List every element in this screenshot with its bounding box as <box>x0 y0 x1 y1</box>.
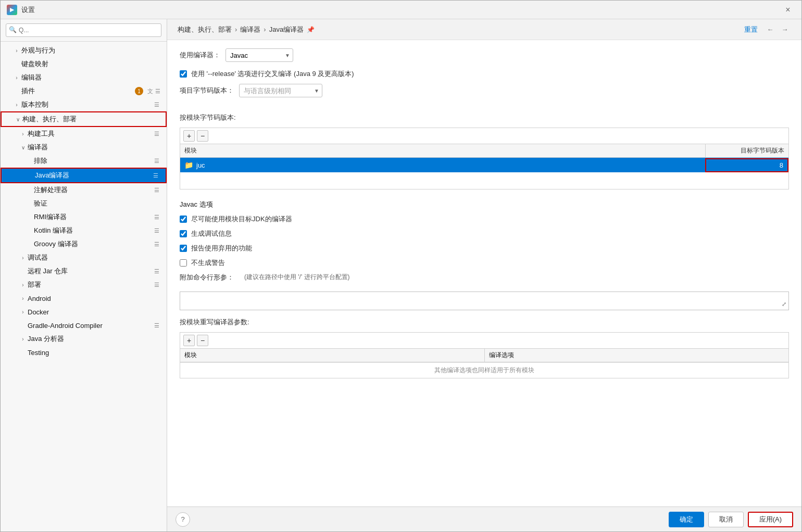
sidebar-item-build[interactable]: ∨ 构建、执行、部署 <box>1 111 167 127</box>
sidebar-label-build-tools: 构建工具 <box>28 129 153 138</box>
sidebar-item-groovy[interactable]: Groovy 编译器 ☰ <box>1 237 167 251</box>
cross-compile-checkbox[interactable] <box>180 70 187 78</box>
sidebar-item-exclusions[interactable]: 排除 ☰ <box>1 154 167 168</box>
pin-icon[interactable]: 📌 <box>307 26 315 33</box>
sidebar-item-vcs[interactable]: › 版本控制 ☰ <box>1 98 167 111</box>
sidebar-item-annotation[interactable]: 注解处理器 ☰ <box>1 183 167 197</box>
javac-option-2-row: 报告使用弃用的功能 <box>180 244 789 253</box>
javac-option-1-label: 生成调试信息 <box>191 229 232 238</box>
override-table: + − 模块 编译选项 其他编译选项也同样适用于所有模块 <box>180 332 789 378</box>
additional-params-hint: (建议在路径中使用 '/' 进行跨平台配置) <box>244 273 350 282</box>
sidebar-item-testing[interactable]: Testing <box>1 346 167 359</box>
sidebar-item-remote-jar[interactable]: 远程 Jar 仓库 ☰ <box>1 264 167 278</box>
module-table-remove-btn[interactable]: − <box>197 130 208 142</box>
main-content: 🔍 › 外观与行为 键盘映射 › 编辑器 <box>1 19 801 531</box>
footer: ? 确定 取消 应用(A) <box>167 506 801 531</box>
deployment-list-icon: ☰ <box>153 281 160 288</box>
sidebar-item-deployment[interactable]: › 部署 ☰ <box>1 278 167 292</box>
sidebar-item-rmi[interactable]: RMI编译器 ☰ <box>1 210 167 224</box>
javac-option-2-checkbox[interactable] <box>180 245 187 252</box>
table-cell-module-juc: 📁 juc <box>180 159 705 171</box>
back-button[interactable]: ← <box>764 23 776 36</box>
sidebar-item-android[interactable]: › Android <box>1 292 167 305</box>
javac-option-0-checkbox[interactable] <box>180 216 187 223</box>
sidebar-label-testing: Testing <box>19 349 160 357</box>
cross-compile-label: 使用 '--release' 选项进行交叉编译 (Java 9 及更高版本) <box>191 69 354 79</box>
expand-icon[interactable]: ⤢ <box>782 301 786 308</box>
additional-params-label: 附加命令行形参： <box>180 273 234 282</box>
sidebar-label-gradle-android: Gradle-Android Compiler <box>19 322 153 330</box>
col-header-version: 目标字节码版本 <box>705 144 788 157</box>
sidebar-label-editor: 编辑器 <box>21 73 160 82</box>
additional-params-section: 附加命令行形参： (建议在路径中使用 '/' 进行跨平台配置) ⤢ <box>180 273 789 310</box>
sidebar-item-debugger[interactable]: › 调试器 <box>1 251 167 264</box>
cross-compile-row: 使用 '--release' 选项进行交叉编译 (Java 9 及更高版本) <box>180 69 789 79</box>
reset-button[interactable]: 重置 <box>744 25 758 34</box>
search-input[interactable] <box>6 23 161 37</box>
window-title: 设置 <box>21 5 781 15</box>
javac-option-0-row: 尽可能使用模块目标JDK的编译器 <box>180 214 789 224</box>
folder-icon-juc: 📁 <box>184 161 193 169</box>
confirm-button[interactable]: 确定 <box>669 512 704 527</box>
override-remove-btn[interactable]: − <box>197 335 208 346</box>
settings-window: ▶ 设置 × 🔍 › 外观与行为 键盘映射 <box>0 0 802 532</box>
sidebar: 🔍 › 外观与行为 键盘映射 › 编辑器 <box>1 19 167 531</box>
javac-option-2-label: 报告使用弃用的功能 <box>191 244 252 253</box>
override-add-btn[interactable]: + <box>183 335 195 346</box>
compiler-row: 使用编译器： Javac ▼ <box>180 48 789 62</box>
module-table-add-btn[interactable]: + <box>183 130 195 142</box>
module-table-toolbar: + − <box>180 128 788 144</box>
sidebar-label-compiler: 编译器 <box>28 143 160 152</box>
table-cell-version-juc[interactable]: 8 <box>705 158 788 172</box>
search-box: 🔍 <box>1 19 167 42</box>
override-hint: 其他编译选项也同样适用于所有模块 <box>180 362 788 378</box>
sidebar-item-gradle-android[interactable]: Gradle-Android Compiler ☰ <box>1 319 167 332</box>
breadcrumb-part-3: Java编译器 <box>269 25 304 34</box>
javac-title: Javac 选项 <box>180 200 789 209</box>
javac-option-3-row: 不生成警告 <box>180 258 789 268</box>
forward-button[interactable]: → <box>779 23 791 36</box>
module-name-juc: juc <box>196 161 205 169</box>
apply-button[interactable]: 应用(A) <box>748 512 793 527</box>
module-bytecode-table: + − 模块 目标字节码版本 📁 juc 8 <box>180 128 789 189</box>
sidebar-label-groovy: Groovy 编译器 <box>26 239 153 249</box>
javac-option-3-checkbox[interactable] <box>180 259 187 267</box>
groovy-list-icon: ☰ <box>153 240 160 248</box>
compiler-select-wrapper: Javac ▼ <box>225 48 293 62</box>
sidebar-item-kotlin[interactable]: Kotlin 编译器 ☰ <box>1 224 167 237</box>
sidebar-item-plugins[interactable]: 插件 1 文 ☰ <box>1 84 167 98</box>
javac-option-0-label: 尽可能使用模块目标JDK的编译器 <box>191 214 292 224</box>
breadcrumb: 构建、执行、部署 › 编译器 › Java编译器 📌 <box>178 25 744 34</box>
sidebar-item-editor[interactable]: › 编辑器 <box>1 71 167 84</box>
build-tools-list-icon: ☰ <box>153 130 160 137</box>
sidebar-item-build-tools[interactable]: › 构建工具 ☰ <box>1 127 167 141</box>
project-bytecode-row: 项目字节码版本： 与语言级别相同 ▼ <box>180 84 789 97</box>
expand-arrow-build-tools: › <box>19 130 27 137</box>
sidebar-item-java-analyzer[interactable]: › Java 分析器 <box>1 332 167 346</box>
expand-arrow-editor: › <box>13 74 20 81</box>
sidebar-label-vcs: 版本控制 <box>21 100 153 109</box>
additional-params-input[interactable] <box>180 292 788 310</box>
table-row-juc[interactable]: 📁 juc 8 <box>180 158 788 172</box>
sidebar-item-java-compiler[interactable]: Java编译器 ☰ <box>1 168 167 183</box>
override-col-module-header: 模块 <box>180 349 485 362</box>
gradle-android-list-icon: ☰ <box>153 322 160 329</box>
bytecode-select-wrapper: 与语言级别相同 ▼ <box>239 84 322 97</box>
titlebar: ▶ 设置 × <box>1 1 801 19</box>
sidebar-item-validation[interactable]: 验证 <box>1 197 167 210</box>
sidebar-label-android: Android <box>28 295 160 302</box>
cancel-button[interactable]: 取消 <box>708 512 744 527</box>
section-divider-1 <box>180 105 789 113</box>
sidebar-item-keymap[interactable]: 键盘映射 <box>1 57 167 71</box>
compiler-select[interactable]: Javac <box>225 48 293 62</box>
sidebar-item-compiler[interactable]: ∨ 编译器 <box>1 141 167 154</box>
close-button[interactable]: × <box>781 3 795 17</box>
javac-option-1-checkbox[interactable] <box>180 230 187 237</box>
help-button[interactable]: ? <box>176 512 190 527</box>
expand-arrow-compiler: ∨ <box>19 144 27 151</box>
sidebar-label-exclusions: 排除 <box>26 156 153 166</box>
bytecode-select[interactable]: 与语言级别相同 <box>239 84 322 97</box>
sidebar-item-docker[interactable]: › Docker <box>1 305 167 319</box>
sidebar-item-appearance[interactable]: › 外观与行为 <box>1 44 167 57</box>
sidebar-label-keymap: 键盘映射 <box>13 59 160 69</box>
